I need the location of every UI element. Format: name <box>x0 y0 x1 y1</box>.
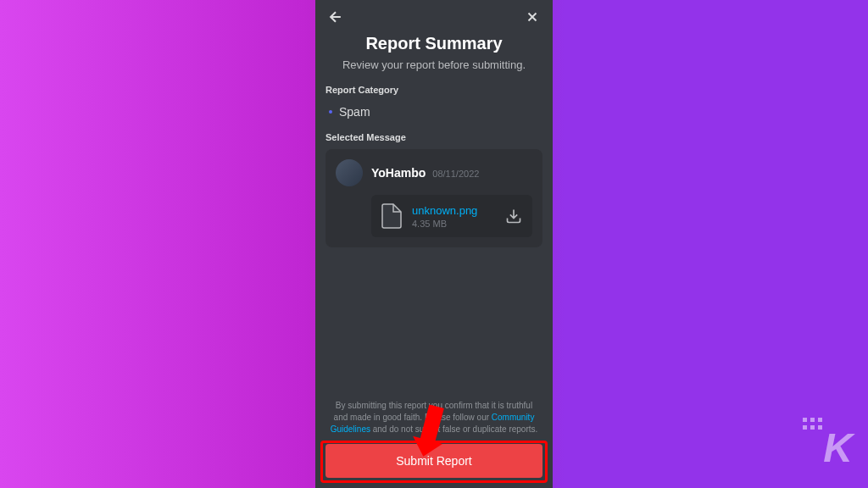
message-header: YoHambo 08/11/2022 <box>336 159 532 186</box>
content-area: Report Category Spam Selected Message Yo… <box>315 81 553 390</box>
disclaimer-after: and do not submit false or duplicate rep… <box>370 424 537 434</box>
avatar <box>336 159 363 186</box>
file-icon <box>381 203 402 229</box>
message-info: YoHambo 08/11/2022 <box>371 166 479 180</box>
watermark-text: K <box>823 425 851 470</box>
back-button[interactable] <box>326 7 346 27</box>
category-value: Spam <box>339 105 370 119</box>
close-button[interactable] <box>522 7 542 27</box>
title-section: Report Summary Review your report before… <box>315 30 553 81</box>
timestamp: 08/11/2022 <box>432 169 479 179</box>
watermark: K <box>823 424 851 471</box>
category-label: Report Category <box>326 85 542 95</box>
download-icon[interactable] <box>505 208 522 225</box>
message-card: YoHambo 08/11/2022 unknown.png 4.35 MB <box>326 149 542 247</box>
file-size: 4.35 MB <box>412 219 495 229</box>
username: YoHambo <box>371 166 426 180</box>
back-arrow-icon <box>327 8 344 25</box>
disclaimer-text: By submitting this report you confirm th… <box>326 400 542 435</box>
file-info: unknown.png 4.35 MB <box>412 204 495 229</box>
report-modal: Report Summary Review your report before… <box>315 0 553 488</box>
attachment-card: unknown.png 4.35 MB <box>371 195 532 237</box>
category-item: Spam <box>326 102 542 129</box>
footer: By submitting this report you confirm th… <box>315 390 553 488</box>
page-title: Report Summary <box>329 34 539 53</box>
bullet-icon <box>329 110 332 114</box>
modal-header <box>315 0 553 30</box>
page-subtitle: Review your report before submitting. <box>329 58 539 71</box>
file-name[interactable]: unknown.png <box>412 204 495 217</box>
close-icon <box>525 9 540 25</box>
message-label: Selected Message <box>326 132 542 142</box>
submit-report-button[interactable]: Submit Report <box>326 444 542 478</box>
